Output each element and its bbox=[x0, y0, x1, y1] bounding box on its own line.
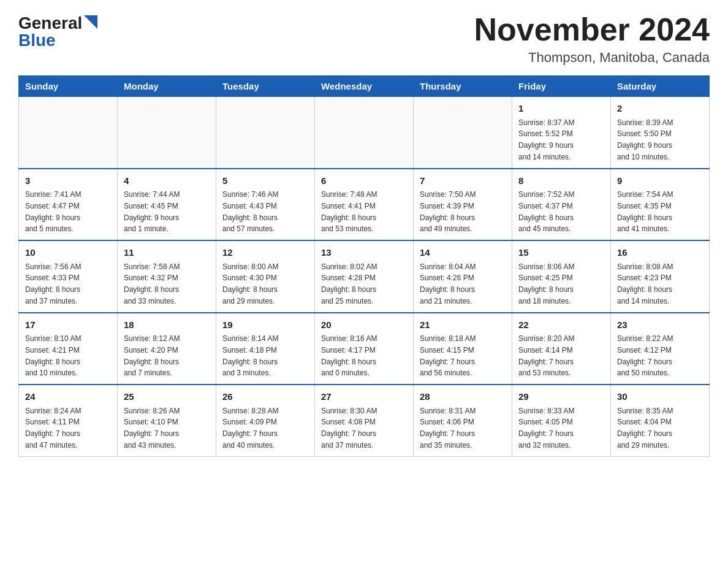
day-info: Sunrise: 7:44 AM Sunset: 4:45 PM Dayligh… bbox=[124, 190, 180, 233]
calendar-cell bbox=[315, 97, 414, 169]
calendar-cell: 15Sunrise: 8:06 AM Sunset: 4:25 PM Dayli… bbox=[512, 240, 611, 313]
day-info: Sunrise: 7:56 AM Sunset: 4:33 PM Dayligh… bbox=[25, 262, 81, 305]
calendar-cell: 6Sunrise: 7:48 AM Sunset: 4:41 PM Daylig… bbox=[315, 169, 414, 241]
calendar-cell bbox=[216, 97, 315, 169]
day-number: 7 bbox=[420, 174, 506, 188]
day-info: Sunrise: 8:39 AM Sunset: 5:50 PM Dayligh… bbox=[617, 118, 673, 161]
day-info: Sunrise: 8:37 AM Sunset: 5:52 PM Dayligh… bbox=[518, 118, 574, 161]
day-number: 29 bbox=[518, 390, 604, 404]
day-info: Sunrise: 8:12 AM Sunset: 4:20 PM Dayligh… bbox=[124, 334, 180, 377]
header-day-saturday: Saturday bbox=[611, 76, 710, 97]
day-info: Sunrise: 8:08 AM Sunset: 4:23 PM Dayligh… bbox=[617, 262, 673, 305]
calendar-cell: 29Sunrise: 8:33 AM Sunset: 4:05 PM Dayli… bbox=[512, 385, 611, 456]
day-number: 19 bbox=[222, 318, 308, 332]
calendar-cell bbox=[19, 97, 118, 169]
week-row-2: 3Sunrise: 7:41 AM Sunset: 4:47 PM Daylig… bbox=[19, 169, 710, 241]
calendar-cell: 30Sunrise: 8:35 AM Sunset: 4:04 PM Dayli… bbox=[611, 385, 710, 456]
day-number: 23 bbox=[617, 318, 703, 332]
day-info: Sunrise: 7:54 AM Sunset: 4:35 PM Dayligh… bbox=[617, 190, 673, 233]
day-info: Sunrise: 8:00 AM Sunset: 4:30 PM Dayligh… bbox=[222, 262, 278, 305]
day-info: Sunrise: 8:20 AM Sunset: 4:14 PM Dayligh… bbox=[518, 334, 574, 377]
day-info: Sunrise: 8:30 AM Sunset: 4:08 PM Dayligh… bbox=[321, 407, 377, 450]
day-number: 10 bbox=[25, 246, 111, 260]
calendar-cell: 10Sunrise: 7:56 AM Sunset: 4:33 PM Dayli… bbox=[19, 240, 118, 313]
logo-triangle-icon bbox=[84, 15, 97, 29]
calendar-cell: 3Sunrise: 7:41 AM Sunset: 4:47 PM Daylig… bbox=[19, 169, 118, 241]
day-number: 30 bbox=[617, 390, 703, 404]
day-number: 17 bbox=[25, 318, 111, 332]
calendar-cell: 25Sunrise: 8:26 AM Sunset: 4:10 PM Dayli… bbox=[118, 385, 216, 456]
header-row: SundayMondayTuesdayWednesdayThursdayFrid… bbox=[19, 76, 710, 97]
day-number: 5 bbox=[222, 174, 308, 188]
day-info: Sunrise: 8:04 AM Sunset: 4:26 PM Dayligh… bbox=[420, 262, 476, 305]
calendar-cell: 14Sunrise: 8:04 AM Sunset: 4:26 PM Dayli… bbox=[414, 240, 512, 313]
day-number: 2 bbox=[617, 102, 703, 116]
calendar-cell: 20Sunrise: 8:16 AM Sunset: 4:17 PM Dayli… bbox=[315, 313, 414, 385]
day-info: Sunrise: 8:24 AM Sunset: 4:11 PM Dayligh… bbox=[25, 407, 81, 450]
day-number: 27 bbox=[321, 390, 407, 404]
calendar-cell: 23Sunrise: 8:22 AM Sunset: 4:12 PM Dayli… bbox=[611, 313, 710, 385]
calendar-cell bbox=[414, 97, 512, 169]
day-info: Sunrise: 8:02 AM Sunset: 4:28 PM Dayligh… bbox=[321, 262, 377, 305]
calendar-cell: 21Sunrise: 8:18 AM Sunset: 4:15 PM Dayli… bbox=[414, 313, 512, 385]
calendar-table: SundayMondayTuesdayWednesdayThursdayFrid… bbox=[18, 75, 710, 457]
calendar-cell: 22Sunrise: 8:20 AM Sunset: 4:14 PM Dayli… bbox=[512, 313, 611, 385]
calendar-cell: 17Sunrise: 8:10 AM Sunset: 4:21 PM Dayli… bbox=[19, 313, 118, 385]
calendar-cell: 24Sunrise: 8:24 AM Sunset: 4:11 PM Dayli… bbox=[19, 385, 118, 456]
day-number: 22 bbox=[518, 318, 604, 332]
week-row-5: 24Sunrise: 8:24 AM Sunset: 4:11 PM Dayli… bbox=[19, 385, 710, 456]
calendar-cell: 18Sunrise: 8:12 AM Sunset: 4:20 PM Dayli… bbox=[118, 313, 216, 385]
day-number: 1 bbox=[518, 102, 604, 116]
calendar-cell: 19Sunrise: 8:14 AM Sunset: 4:18 PM Dayli… bbox=[216, 313, 315, 385]
week-row-4: 17Sunrise: 8:10 AM Sunset: 4:21 PM Dayli… bbox=[19, 313, 710, 385]
day-info: Sunrise: 8:31 AM Sunset: 4:06 PM Dayligh… bbox=[420, 407, 476, 450]
day-info: Sunrise: 8:28 AM Sunset: 4:09 PM Dayligh… bbox=[222, 407, 278, 450]
day-number: 18 bbox=[124, 318, 210, 332]
day-number: 6 bbox=[321, 174, 407, 188]
header-day-monday: Monday bbox=[118, 76, 216, 97]
page-title: November 2024 bbox=[474, 12, 710, 47]
header-day-friday: Friday bbox=[512, 76, 611, 97]
calendar-cell: 27Sunrise: 8:30 AM Sunset: 4:08 PM Dayli… bbox=[315, 385, 414, 456]
week-row-3: 10Sunrise: 7:56 AM Sunset: 4:33 PM Dayli… bbox=[19, 240, 710, 313]
svg-marker-0 bbox=[84, 15, 97, 29]
page-subtitle: Thompson, Manitoba, Canada bbox=[474, 50, 710, 66]
calendar-cell: 12Sunrise: 8:00 AM Sunset: 4:30 PM Dayli… bbox=[216, 240, 315, 313]
day-info: Sunrise: 7:50 AM Sunset: 4:39 PM Dayligh… bbox=[420, 190, 476, 233]
header-day-sunday: Sunday bbox=[19, 76, 118, 97]
logo-blue-text: Blue bbox=[18, 32, 56, 49]
day-info: Sunrise: 7:52 AM Sunset: 4:37 PM Dayligh… bbox=[518, 190, 574, 233]
day-number: 26 bbox=[222, 390, 308, 404]
day-number: 25 bbox=[124, 390, 210, 404]
header-day-tuesday: Tuesday bbox=[216, 76, 315, 97]
calendar-cell: 4Sunrise: 7:44 AM Sunset: 4:45 PM Daylig… bbox=[118, 169, 216, 241]
calendar-cell: 9Sunrise: 7:54 AM Sunset: 4:35 PM Daylig… bbox=[611, 169, 710, 241]
title-block: November 2024 Thompson, Manitoba, Canada bbox=[474, 12, 710, 66]
day-info: Sunrise: 8:06 AM Sunset: 4:25 PM Dayligh… bbox=[518, 262, 574, 305]
calendar-cell: 5Sunrise: 7:46 AM Sunset: 4:43 PM Daylig… bbox=[216, 169, 315, 241]
day-info: Sunrise: 8:26 AM Sunset: 4:10 PM Dayligh… bbox=[124, 407, 180, 450]
day-number: 9 bbox=[617, 174, 703, 188]
day-info: Sunrise: 7:48 AM Sunset: 4:41 PM Dayligh… bbox=[321, 190, 377, 233]
day-info: Sunrise: 8:33 AM Sunset: 4:05 PM Dayligh… bbox=[518, 407, 574, 450]
header-day-wednesday: Wednesday bbox=[315, 76, 414, 97]
calendar-cell: 11Sunrise: 7:58 AM Sunset: 4:32 PM Dayli… bbox=[118, 240, 216, 313]
calendar-cell: 1Sunrise: 8:37 AM Sunset: 5:52 PM Daylig… bbox=[512, 97, 611, 169]
day-info: Sunrise: 8:22 AM Sunset: 4:12 PM Dayligh… bbox=[617, 334, 673, 377]
day-info: Sunrise: 8:18 AM Sunset: 4:15 PM Dayligh… bbox=[420, 334, 476, 377]
day-number: 15 bbox=[518, 246, 604, 260]
day-info: Sunrise: 8:16 AM Sunset: 4:17 PM Dayligh… bbox=[321, 334, 377, 377]
calendar-cell: 16Sunrise: 8:08 AM Sunset: 4:23 PM Dayli… bbox=[611, 240, 710, 313]
calendar-cell: 8Sunrise: 7:52 AM Sunset: 4:37 PM Daylig… bbox=[512, 169, 611, 241]
calendar-cell: 28Sunrise: 8:31 AM Sunset: 4:06 PM Dayli… bbox=[414, 385, 512, 456]
day-number: 11 bbox=[124, 246, 210, 260]
day-number: 4 bbox=[124, 174, 210, 188]
day-number: 3 bbox=[25, 174, 111, 188]
day-info: Sunrise: 8:14 AM Sunset: 4:18 PM Dayligh… bbox=[222, 334, 278, 377]
calendar-header: SundayMondayTuesdayWednesdayThursdayFrid… bbox=[19, 76, 710, 97]
day-info: Sunrise: 7:58 AM Sunset: 4:32 PM Dayligh… bbox=[124, 262, 180, 305]
logo-general-text: General bbox=[18, 15, 82, 32]
day-number: 8 bbox=[518, 174, 604, 188]
day-number: 13 bbox=[321, 246, 407, 260]
day-number: 21 bbox=[420, 318, 506, 332]
